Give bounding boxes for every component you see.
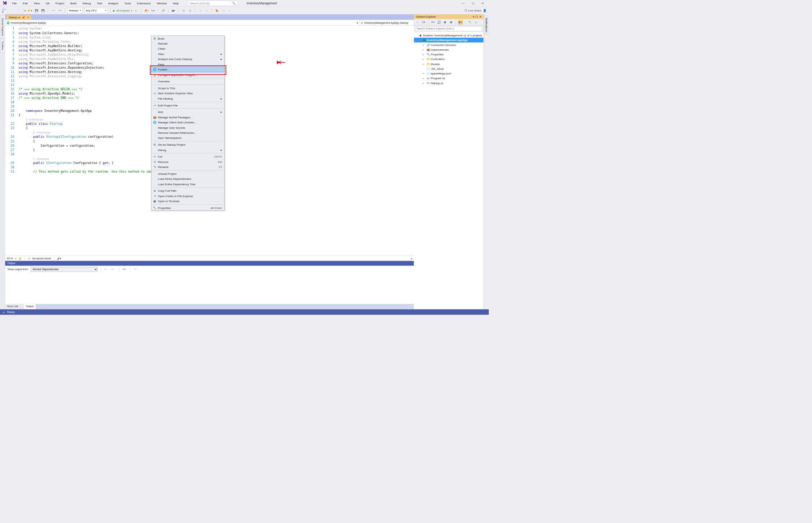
- ctx-sync-namespaces[interactable]: Sync Namespaces: [152, 135, 224, 140]
- ctx-load-direct-dependencies[interactable]: Load Direct Dependencies: [152, 176, 224, 181]
- ctx-rename[interactable]: ✎RenameF2: [152, 164, 224, 169]
- browser-link-icon[interactable]: 🔗: [161, 8, 166, 13]
- close-tab-icon[interactable]: ✕: [27, 16, 29, 19]
- next-bookmark-icon[interactable]: ▷: [227, 8, 232, 13]
- ctx-clean[interactable]: Clean: [152, 46, 224, 51]
- notifications-tab[interactable]: Notifications: [484, 15, 489, 35]
- menu-help[interactable]: Help: [170, 0, 182, 6]
- live-share-button[interactable]: 🗨 Live Share: [464, 9, 481, 12]
- ctx-view[interactable]: View▸: [152, 51, 224, 56]
- ctx-open-in-terminal[interactable]: ▣Open in Terminal: [152, 199, 224, 204]
- platform-dropdown[interactable]: Any CPU▾: [84, 8, 108, 13]
- run-button[interactable]: ▶ IIS Express ▾: [113, 9, 132, 12]
- hot-reload-icon[interactable]: 🔥▾: [144, 8, 149, 13]
- menu-extensions[interactable]: Extensions: [134, 0, 154, 6]
- new-project-icon[interactable]: 📄▾: [21, 8, 26, 13]
- ctx-open-folder-in-file-explorer[interactable]: ↗Open Folder in File Explorer: [152, 194, 224, 199]
- tree-item[interactable]: ▸📁Controllers: [414, 57, 484, 62]
- prev-bookmark-icon[interactable]: ◁: [221, 8, 226, 13]
- search-box[interactable]: Search (Ctrl+Q) 🔍: [188, 1, 238, 6]
- bookmark-icon[interactable]: 🔖: [215, 8, 219, 13]
- sync-icon[interactable]: 🔄: [437, 20, 441, 24]
- ctx-add[interactable]: Add▸: [152, 109, 224, 114]
- properties-icon[interactable]: 🔧: [468, 20, 472, 24]
- menu-view[interactable]: View: [31, 0, 43, 6]
- start-without-debugging-icon[interactable]: ▷: [134, 8, 139, 13]
- zoom-level[interactable]: 82 %: [7, 257, 13, 260]
- toolbox-tab[interactable]: Toolbox: [0, 39, 5, 53]
- ctx-file-nesting[interactable]: File Nesting▸: [152, 96, 224, 101]
- ctx-load-entire-dependency-tree[interactable]: Load Entire Dependency Tree: [152, 181, 224, 186]
- ctx-remove-unused-references-[interactable]: Remove Unused References…: [152, 130, 224, 135]
- maximize-button[interactable]: ▢: [472, 1, 475, 5]
- layout-icon[interactable]: ▦▾: [171, 8, 176, 13]
- account-icon[interactable]: 👤: [483, 9, 487, 12]
- redo-icon[interactable]: ↷▾: [57, 8, 62, 13]
- tree-item[interactable]: ▸▣InventoryManagement.ApiApp: [414, 38, 484, 42]
- menu-window[interactable]: Window: [154, 0, 170, 6]
- preview-icon[interactable]: ◧▾: [458, 20, 463, 24]
- ctx-manage-client-side-libraries-[interactable]: 🌐Manage Client-Side Libraries…: [152, 120, 224, 125]
- file-tab-startup[interactable]: Startup.cs 📌 ✕: [6, 15, 31, 20]
- menu-file[interactable]: File: [9, 0, 19, 6]
- output-from-dropdown[interactable]: Service Dependencies: [31, 267, 98, 272]
- clear-icon[interactable]: ✖≡: [122, 267, 127, 272]
- menu-analyze[interactable]: Analyze: [105, 0, 121, 6]
- open-icon[interactable]: 📂▾: [27, 8, 32, 13]
- solution-tree[interactable]: ◆Solution 'InventoryManagement' (1 of 1 …: [414, 32, 484, 309]
- save-all-icon[interactable]: 💾: [41, 8, 45, 13]
- tree-item[interactable]: ▸📁Models: [414, 62, 484, 66]
- lightbulb-icon[interactable]: 💡: [18, 257, 22, 260]
- ctx-pack[interactable]: Pack: [152, 62, 224, 67]
- switch-view-icon[interactable]: ◫▾: [421, 20, 426, 24]
- configuration-dropdown[interactable]: Release▾: [67, 8, 82, 13]
- tree-item[interactable]: ▸C#Program.cs: [414, 76, 484, 81]
- tree-item[interactable]: ▸📄appsettings.json: [414, 71, 484, 76]
- show-all-icon[interactable]: ▦: [443, 20, 447, 24]
- menu-tools[interactable]: Tools: [121, 0, 134, 6]
- menu-git[interactable]: Git: [43, 0, 53, 6]
- tree-item[interactable]: ◆Solution 'InventoryManagement' (1 of 1 …: [414, 33, 484, 38]
- ctx-cut[interactable]: ✂CutCtrl+X: [152, 154, 224, 159]
- menu-edit[interactable]: Edit: [20, 0, 31, 6]
- pin-icon[interactable]: 📌: [22, 16, 25, 19]
- ctx-analyze-and-code-cleanup[interactable]: Analyze and Code Cleanup▸: [152, 56, 224, 62]
- panel-close-icon[interactable]: ✕: [479, 15, 482, 18]
- menu-build[interactable]: Build: [67, 0, 80, 6]
- tree-item[interactable]: ▸🔗Connected Services: [414, 42, 484, 47]
- indent-icon[interactable]: ▤: [181, 8, 186, 13]
- restart-icon[interactable]: ↻▾: [151, 8, 155, 13]
- outdent-icon[interactable]: ▥: [188, 8, 193, 13]
- nav-back-button[interactable]: ◯← ▾: [2, 8, 9, 13]
- wrap-icon[interactable]: ↩: [133, 267, 138, 272]
- ctx-rebuild[interactable]: Rebuild: [152, 41, 224, 46]
- ctx-overview[interactable]: Overview: [152, 79, 224, 84]
- ctx-configure-application-insights-[interactable]: 💡Configure Application Insights…: [152, 72, 224, 77]
- solution-search-input[interactable]: [415, 26, 482, 31]
- nav-forward-button[interactable]: →: [11, 8, 15, 13]
- ctx-remove[interactable]: ✕RemoveDel: [152, 159, 224, 164]
- preview-selected-icon[interactable]: ▭: [473, 20, 478, 24]
- goto-prev-icon[interactable]: ≡←: [104, 267, 109, 272]
- ctx-copy-full-path[interactable]: ⧉Copy Full Path: [152, 188, 224, 193]
- home-icon[interactable]: ⌂: [415, 20, 420, 24]
- panel-maximize-icon[interactable]: ▢: [475, 15, 478, 18]
- undo-icon[interactable]: ↶▾: [51, 8, 55, 13]
- tree-item[interactable]: ▸🔧Properties: [414, 52, 484, 56]
- server-explorer-tab[interactable]: Server Explorer: [0, 15, 5, 38]
- ctx-publish-[interactable]: 🌐Publish…: [151, 67, 224, 72]
- ctx-set-as-startup-project[interactable]: ⚙Set as Startup Project: [152, 142, 224, 147]
- ctx-debug[interactable]: Debug▸: [152, 147, 224, 152]
- ctx-new-solution-explorer-view[interactable]: ▭New Solution Explorer View: [152, 91, 224, 96]
- tree-item[interactable]: ▸📦Dependencies: [414, 47, 484, 52]
- menu-project[interactable]: Project: [53, 0, 67, 6]
- ctx-manage-user-secrets[interactable]: Manage User Secrets: [152, 125, 224, 130]
- panel-menu-icon[interactable]: ▾: [473, 15, 474, 18]
- brush-icon[interactable]: 🖌▾: [57, 257, 61, 260]
- ctx-unload-project[interactable]: Unload Project: [152, 171, 224, 176]
- ctx-edit-project-file[interactable]: ↪Edit Project File: [152, 103, 224, 108]
- ctx-scope-to-this[interactable]: Scope to This: [152, 86, 224, 91]
- uncomment-icon[interactable]: //: [204, 8, 209, 13]
- error-list-tab[interactable]: Error List …: [5, 304, 23, 309]
- save-icon[interactable]: 💾: [34, 8, 39, 13]
